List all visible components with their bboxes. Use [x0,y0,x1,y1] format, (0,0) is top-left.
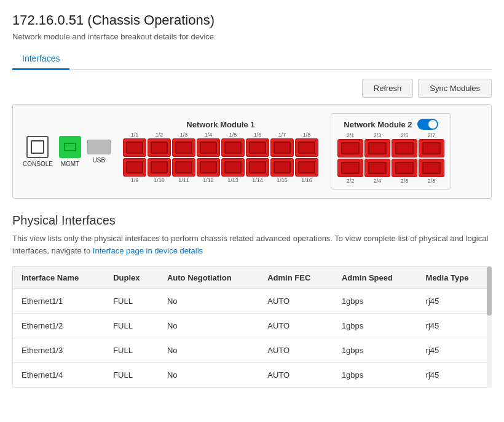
port-1-7[interactable] [270,138,294,157]
cell-duplex: FULL [104,363,159,388]
cell-auto-neg: No [159,363,259,388]
m1-label-1-15: 1/15 [270,177,294,183]
m1-label-1-5: 1/5 [221,132,245,138]
module2-title: Network Module 2 [344,120,412,129]
console-label: CONSOLE [23,161,53,167]
port-2-4[interactable] [364,159,390,177]
console-icon [26,136,49,158]
table-row: Ethernet1/2 FULL No AUTO 1gbps rj45 [13,314,491,338]
port-1-12[interactable] [197,158,220,177]
header-row: Interface Name Duplex Auto Negotiation A… [13,267,491,289]
cell-admin-speed: 1gbps [333,338,417,363]
cell-admin-fec: AUTO [259,289,333,314]
port-2-3[interactable] [364,139,390,157]
m1-label-1-8: 1/8 [295,132,318,138]
usb-icon [87,140,111,154]
port-1-16[interactable] [295,158,318,177]
cell-auto-neg: No [159,289,259,314]
cell-admin-fec: AUTO [259,338,333,363]
cell-duplex: FULL [104,289,159,314]
m2-label-2-3: 2/3 [364,132,390,138]
port-1-8[interactable] [295,138,318,157]
cell-admin-speed: 1gbps [333,363,417,388]
cell-admin-speed: 1gbps [333,314,417,338]
sync-modules-button[interactable]: Sync Modules [418,79,492,98]
toolbar: Refresh Sync Modules [12,79,492,98]
m1-label-1-10: 1/10 [148,177,171,183]
port-2-7[interactable] [419,139,444,157]
m1-label-1-4: 1/4 [197,132,220,138]
table-row: Ethernet1/1 FULL No AUTO 1gbps rj45 [13,289,491,314]
left-port-icons: CONSOLE MGMT USB [23,136,111,167]
m2-label-2-7: 2/7 [419,132,444,138]
network-module-2: Network Module 2 2/1 2/3 2/5 2/7 [331,113,451,189]
port-1-3[interactable] [172,138,195,157]
m1-label-1-13: 1/13 [221,177,245,183]
port-1-5[interactable] [221,138,245,157]
m1-label-1-16: 1/16 [295,177,318,183]
module1-bottom-row [123,158,318,177]
port-2-1[interactable] [337,139,363,157]
usb-label: USB [93,157,106,164]
scrollbar-track[interactable] [487,266,492,388]
mgmt-label: MGMT [61,161,80,167]
col-interface-name: Interface Name [13,267,104,289]
cell-auto-neg: No [159,314,259,338]
cell-media-type: rj45 [417,289,491,314]
port-2-8[interactable] [419,159,444,177]
cell-interface-name: Ethernet1/4 [13,363,104,388]
table-header: Interface Name Duplex Auto Negotiation A… [13,267,491,289]
col-auto-neg: Auto Negotiation [159,267,259,289]
interfaces-table: Interface Name Duplex Auto Negotiation A… [13,267,491,387]
network-module-1: Network Module 1 1/1 1/2 1/3 1/4 1/5 1/6… [123,120,318,183]
port-1-9[interactable] [123,158,146,177]
port-1-15[interactable] [270,158,294,177]
m2-label-2-1: 2/1 [337,132,363,138]
port-1-11[interactable] [172,158,195,177]
m1-label-1-12: 1/12 [197,177,220,183]
m2-label-2-6: 2/6 [392,178,417,184]
table-body: Ethernet1/1 FULL No AUTO 1gbps rj45 Ethe… [13,289,491,388]
port-1-13[interactable] [221,158,245,177]
tab-interfaces[interactable]: Interfaces [12,49,69,70]
cell-interface-name: Ethernet1/2 [13,314,104,338]
port-1-2[interactable] [148,138,171,157]
interface-page-link[interactable]: Interface page in device details [93,246,203,255]
port-2-5[interactable] [392,139,417,157]
m1-label-1-6: 1/6 [246,132,269,138]
scrollbar-thumb[interactable] [487,266,492,316]
module1-bottom-labels: 1/9 1/10 1/11 1/12 1/13 1/14 1/15 1/16 [123,177,318,183]
port-2-6[interactable] [392,159,417,177]
cell-admin-fec: AUTO [259,363,333,388]
m2-label-2-8: 2/8 [419,178,444,184]
module2-toggle[interactable] [417,119,438,130]
physical-interfaces-title: Physical Interfaces [12,213,492,228]
port-1-6[interactable] [246,138,269,157]
refresh-button[interactable]: Refresh [362,79,414,98]
module2-header: Network Module 2 [337,119,444,130]
col-admin-fec: Admin FEC [259,267,333,289]
col-duplex: Duplex [104,267,159,289]
col-admin-speed: Admin Speed [333,267,417,289]
desc-text: This view lists only the physical interf… [12,234,488,255]
m1-label-1-11: 1/11 [172,177,195,183]
m2-label-2-4: 2/4 [364,178,390,184]
port-1-10[interactable] [148,158,171,177]
m1-label-1-3: 1/3 [172,132,195,138]
port-1-1[interactable] [123,138,146,157]
cell-auto-neg: No [159,338,259,363]
module2-top-row [337,139,444,157]
port-1-4[interactable] [197,138,220,157]
cell-duplex: FULL [104,314,159,338]
m1-label-1-14: 1/14 [246,177,269,183]
table-row: Ethernet1/3 FULL No AUTO 1gbps rj45 [13,338,491,363]
page-container: 172.16.0.51 (Chassis Operations) Network… [0,0,504,422]
page-subtitle: Network module and interface breakout de… [12,32,492,41]
cell-duplex: FULL [104,338,159,363]
port-2-2[interactable] [337,159,363,177]
tabs-bar: Interfaces [12,49,492,70]
console-port: CONSOLE [23,136,53,167]
cell-admin-fec: AUTO [259,314,333,338]
port-1-14[interactable] [246,158,269,177]
m2-label-2-5: 2/5 [392,132,417,138]
